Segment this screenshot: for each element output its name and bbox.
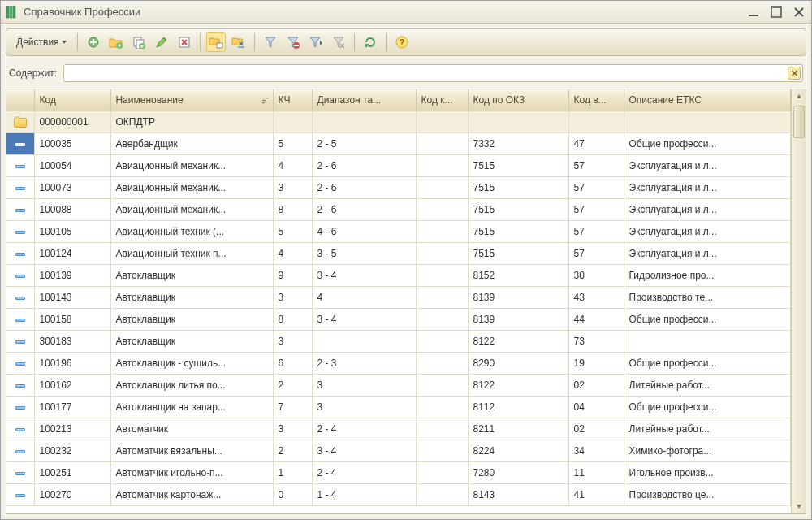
table-row[interactable]: 100251Автоматчик игольно-п...12 - 472801… bbox=[6, 462, 791, 484]
item-icon bbox=[15, 297, 25, 300]
cell-kch: 3 bbox=[273, 287, 312, 309]
table-row[interactable]: 100143Автоклавщик34813943Производство те… bbox=[6, 287, 791, 309]
actions-menu[interactable]: Действия bbox=[11, 35, 71, 50]
item-icon bbox=[15, 165, 25, 168]
col-name[interactable]: Наименование bbox=[110, 89, 273, 111]
filter-settings-button[interactable] bbox=[306, 32, 326, 52]
cell-kch: 8 bbox=[273, 309, 312, 331]
cell-code-okz: 8139 bbox=[468, 287, 568, 309]
col-kch[interactable]: КЧ bbox=[273, 89, 312, 111]
col-etks[interactable]: Описание ЕТКС bbox=[624, 89, 791, 111]
cell-name: Автоматчик вязальны... bbox=[110, 440, 273, 462]
minimize-button[interactable] bbox=[746, 5, 761, 20]
cell-code-okz: 8112 bbox=[468, 396, 568, 418]
delete-button[interactable] bbox=[175, 32, 194, 52]
cell-range: 1 - 4 bbox=[312, 484, 416, 506]
scroll-down-button[interactable] bbox=[792, 499, 806, 514]
move-to-folder-button[interactable] bbox=[229, 32, 248, 52]
cell-etks: Производство це... bbox=[624, 484, 791, 506]
cell-range: 2 - 3 bbox=[312, 353, 416, 375]
add-folder-button[interactable] bbox=[106, 32, 126, 52]
filter-off-button[interactable] bbox=[283, 32, 303, 52]
col-code-v[interactable]: Код в... bbox=[568, 89, 624, 111]
col-code-okz[interactable]: Код по ОКЗ bbox=[468, 89, 568, 111]
table-row[interactable]: 100196Автоклавщик - сушиль...62 - 382901… bbox=[6, 353, 791, 375]
table-header-row: Код Наименование КЧ Диапазон та... Код к… bbox=[6, 89, 791, 111]
table-row[interactable]: 100232Автоматчик вязальны...23 - 4822434… bbox=[6, 440, 791, 462]
add-button[interactable] bbox=[84, 32, 103, 52]
table-row[interactable]: 100270Автоматчик картонаж...01 - 4814341… bbox=[6, 484, 791, 506]
cell-code-v: 57 bbox=[568, 243, 624, 265]
refresh-button[interactable] bbox=[361, 32, 380, 52]
cell-code-v: 34 bbox=[568, 440, 624, 462]
filter-button[interactable] bbox=[261, 32, 280, 52]
cell-code-v: 04 bbox=[568, 396, 624, 418]
cell-code-v: 02 bbox=[568, 375, 624, 396]
cell-kch: 4 bbox=[273, 155, 312, 177]
window: Справочник Профессии Действия bbox=[0, 0, 812, 520]
table-row[interactable]: 100139Автоклавщик93 - 4815230Гидролизное… bbox=[6, 265, 791, 287]
cell-code-k bbox=[416, 177, 468, 199]
help-button[interactable]: ? bbox=[392, 32, 412, 52]
col-code-k[interactable]: Код к... bbox=[416, 89, 468, 111]
edit-button[interactable] bbox=[152, 32, 171, 52]
cell-kch: 2 bbox=[273, 440, 312, 462]
hierarchy-toggle-button[interactable] bbox=[206, 32, 226, 52]
cell-etks bbox=[624, 111, 791, 133]
item-icon bbox=[15, 428, 25, 431]
cell-etks: Эксплуатация и л... bbox=[624, 177, 791, 199]
col-range[interactable]: Диапазон та... bbox=[312, 89, 416, 111]
copy-button[interactable] bbox=[129, 32, 149, 52]
cell-name: Автоматчик картонаж... bbox=[110, 484, 273, 506]
cell-code-k bbox=[416, 484, 468, 506]
scroll-thumb[interactable] bbox=[793, 106, 805, 138]
table-row[interactable]: 100073Авиационный механик...32 - 6751557… bbox=[6, 177, 791, 199]
cell-code: 100158 bbox=[34, 309, 110, 331]
col-code[interactable]: Код bbox=[34, 89, 110, 111]
cell-code-v: 41 bbox=[568, 484, 624, 506]
cell-range: 2 - 6 bbox=[312, 199, 416, 221]
cell-range: 3 - 4 bbox=[312, 309, 416, 331]
filter-input[interactable] bbox=[63, 64, 803, 82]
cell-code-k bbox=[416, 375, 468, 396]
cell-code-v: 44 bbox=[568, 309, 624, 331]
toolbar-separator bbox=[77, 33, 78, 51]
item-icon bbox=[15, 450, 25, 453]
table-row[interactable]: 100177Автоклавщик на запар...73811204Общ… bbox=[6, 396, 791, 418]
cell-etks: Литейные работ... bbox=[624, 375, 791, 396]
cell-code: 100054 bbox=[34, 155, 110, 177]
cell-kch: 4 bbox=[273, 243, 312, 265]
filter-input-wrap: ✕ bbox=[63, 64, 803, 82]
clear-filter-button[interactable]: ✕ bbox=[788, 67, 801, 80]
item-icon bbox=[15, 406, 25, 410]
table-row[interactable]: 100213Автоматчик32 - 4821102Литейные раб… bbox=[6, 418, 791, 440]
table-row[interactable]: 100162Автоклавщик литья по...23812202Лит… bbox=[6, 375, 791, 396]
table-row[interactable]: 100035Авербандщик52 - 5733247Общие профе… bbox=[6, 133, 791, 155]
cell-range: 2 - 5 bbox=[312, 133, 416, 155]
table-row[interactable]: 300183Автоклавщик3812273 bbox=[6, 331, 791, 353]
col-icon[interactable] bbox=[6, 89, 34, 111]
folder-icon bbox=[14, 118, 27, 128]
cell-code-k bbox=[416, 265, 468, 287]
cell-code: 100232 bbox=[34, 440, 110, 462]
table-row[interactable]: 000000001ОКПДТР bbox=[6, 111, 791, 133]
scroll-up-button[interactable] bbox=[792, 89, 806, 104]
table-row[interactable]: 100054Авиационный механик...42 - 6751557… bbox=[6, 155, 791, 177]
cell-code-k bbox=[416, 331, 468, 353]
svg-rect-2 bbox=[13, 6, 15, 18]
cell-code-k bbox=[416, 111, 468, 133]
toolbar-separator bbox=[386, 33, 387, 51]
cell-etks: Игольное произв... bbox=[624, 462, 791, 484]
table-row[interactable]: 100105Авиационный техник (...54 - 675155… bbox=[6, 221, 791, 243]
filter-clear-button[interactable] bbox=[329, 32, 348, 52]
cell-code-k bbox=[416, 418, 468, 440]
maximize-button[interactable] bbox=[769, 5, 784, 20]
table-row[interactable]: 100158Автоклавщик83 - 4813944Общие профе… bbox=[6, 309, 791, 331]
vertical-scrollbar[interactable] bbox=[791, 89, 806, 514]
app-icon bbox=[6, 6, 19, 19]
table-row[interactable]: 100088Авиационный механик...82 - 6751557… bbox=[6, 199, 791, 221]
cell-kch: 9 bbox=[273, 265, 312, 287]
table-row[interactable]: 100124Авиационный техник п...43 - 575155… bbox=[6, 243, 791, 265]
close-button[interactable] bbox=[792, 5, 806, 20]
col-name-label: Наименование bbox=[116, 94, 184, 106]
